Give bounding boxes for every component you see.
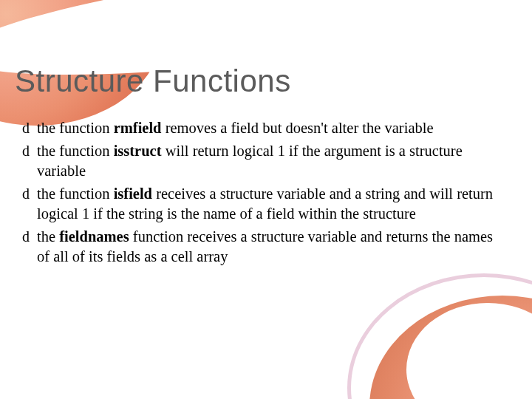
bullet-icon: d [22,227,37,246]
bullet-item: d the function isstruct will return logi… [22,141,507,181]
bullet-item: d the fieldnames function receives a str… [22,227,507,267]
bullet-text: the function isfield receives a structur… [37,184,507,224]
bullet-text: the fieldnames function receives a struc… [37,227,507,267]
bullet-text: the function rmfield removes a field but… [37,118,434,138]
slide-title: Structure Functions [15,64,291,99]
slide: Structure Functions d the function rmfie… [0,0,532,399]
bullet-item: d the function isfield receives a struct… [22,184,507,224]
bullet-text: the function isstruct will return logica… [37,141,507,181]
bullet-icon: d [22,118,37,137]
slide-body: d the function rmfield removes a field b… [22,118,507,270]
bullet-icon: d [22,184,37,203]
bullet-icon: d [22,141,37,160]
bullet-item: d the function rmfield removes a field b… [22,118,507,138]
